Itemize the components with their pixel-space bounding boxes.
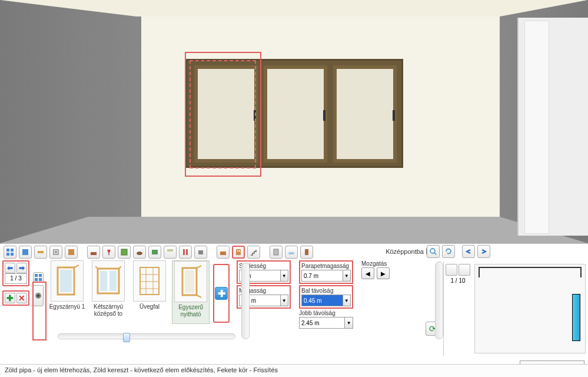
svg-rect-22 [274, 249, 278, 255]
prop-move-label: Mozgatás [361, 260, 416, 267]
svg-rect-29 [35, 278, 38, 281]
nav-column: ⬅ ➡ 1 / 3 ✚ ✕ [4, 260, 28, 337]
svg-rect-37 [100, 271, 107, 291]
svg-rect-30 [39, 278, 42, 281]
thumb-glass-wall[interactable]: Üvegfal [131, 260, 168, 324]
svg-line-40 [119, 266, 121, 269]
svg-rect-11 [121, 249, 127, 255]
insert-column: ✚ [213, 264, 230, 323]
bottom-panel: Középpontba ⬅ ➡ 1 / 3 ✚ [0, 243, 588, 359]
tool-bath-icon[interactable] [285, 246, 298, 259]
zoom-slider[interactable] [58, 333, 235, 339]
right-nav-btn2[interactable] [459, 264, 470, 276]
insert-button[interactable]: ✚ [215, 287, 228, 300]
prop-leftdist-input[interactable] [301, 295, 343, 306]
right-preview[interactable] [474, 264, 586, 353]
viewport-3d[interactable] [0, 0, 588, 243]
center-label: Középpontba [386, 248, 424, 255]
move-right-button[interactable]: ▶ [377, 267, 390, 279]
svg-rect-16 [186, 249, 188, 255]
nav-next-button[interactable]: ➡ [16, 263, 27, 273]
middle-area: ⬅ ➡ 1 / 3 ✚ ✕ Egyszárnyú 1 [0, 260, 588, 337]
right-nav-btn1[interactable] [446, 264, 457, 276]
tool-wall-icon[interactable] [34, 246, 47, 259]
window-handle-icon [323, 110, 325, 121]
page-indicator: 1 / 3 [5, 273, 27, 284]
tool-curtain-icon[interactable] [179, 246, 192, 259]
tool-appliance-icon[interactable] [270, 246, 283, 259]
svg-rect-41 [140, 267, 159, 295]
tool-magnify-icon[interactable] [427, 245, 440, 258]
door-right [517, 18, 588, 236]
properties-panel: Szélesség ▼ Magasság ▼ Parapetmagasság ▼ [237, 260, 416, 331]
svg-rect-27 [35, 274, 38, 277]
tool-stairs-icon[interactable] [247, 246, 260, 259]
dropdown-icon[interactable]: ▼ [343, 270, 351, 282]
svg-rect-10 [108, 253, 109, 255]
props-scrollbar[interactable] [435, 262, 443, 339]
window-pane-3[interactable] [333, 65, 397, 163]
tool-undo-icon[interactable] [462, 245, 475, 258]
svg-rect-8 [68, 249, 74, 255]
delete-button[interactable]: ✕ [16, 293, 27, 303]
thumb-simple-openable[interactable]: Egyszerű nyitható [172, 260, 210, 324]
tool-refresh-icon[interactable] [442, 245, 455, 258]
status-bar: Zöld pipa - új elem létrehozás, Zöld ker… [0, 364, 588, 377]
tool-door-icon[interactable] [300, 246, 313, 259]
svg-rect-20 [237, 250, 238, 252]
tool-building-icon[interactable] [232, 246, 245, 259]
dropdown-icon[interactable]: ▼ [281, 270, 288, 282]
svg-line-35 [74, 265, 79, 267]
thumb-label: Egyszerű nyitható [172, 304, 209, 318]
svg-rect-19 [236, 249, 241, 255]
toolbar: Középpontba [0, 244, 588, 260]
thumb-label: Üvegfal [139, 303, 160, 310]
tool-kitchen-icon[interactable] [217, 246, 230, 259]
svg-line-39 [95, 266, 98, 269]
tool-office-icon[interactable] [194, 246, 207, 259]
svg-line-50 [197, 295, 201, 297]
svg-rect-28 [39, 274, 42, 277]
thumb-double-wing[interactable]: Kétszárnyú középső to [89, 260, 127, 324]
tool-texture-icon[interactable] [65, 246, 78, 259]
prop-rightdist-label: Jobb távolság [299, 310, 353, 316]
dropdown-icon[interactable]: ▼ [345, 317, 353, 329]
window-pane-2[interactable] [264, 65, 327, 163]
svg-rect-1 [11, 249, 14, 252]
tool-switch-icon[interactable] [49, 246, 62, 259]
tool-ceiling-icon[interactable] [164, 246, 177, 259]
tool-single-icon[interactable] [19, 246, 32, 259]
add-button[interactable]: ✚ [5, 293, 15, 303]
tool-picture-icon[interactable] [118, 246, 131, 259]
dropdown-icon[interactable]: ▼ [281, 295, 288, 306]
svg-rect-15 [183, 249, 185, 255]
svg-rect-18 [220, 252, 226, 255]
prop-sill-input[interactable] [301, 270, 343, 282]
svg-rect-5 [38, 251, 44, 253]
floor-surface [0, 217, 588, 243]
nav-prev-button[interactable]: ⬅ [5, 263, 15, 273]
window-pane-1[interactable] [194, 65, 258, 163]
tool-plant-icon[interactable] [148, 246, 161, 259]
prop-sill: Parapetmagasság ▼ [299, 260, 353, 284]
svg-rect-48 [185, 270, 194, 293]
prop-rightdist-input[interactable] [299, 317, 345, 329]
tool-carpet-icon[interactable] [133, 246, 146, 259]
move-left-button[interactable]: ◀ [361, 267, 374, 279]
tool-furniture-icon[interactable] [87, 246, 100, 259]
thumb-scrollbar[interactable] [241, 263, 250, 339]
prop-leftdist-label: Bal távolság [301, 287, 351, 294]
tool-grid-icon[interactable] [4, 246, 16, 259]
window-assembly[interactable] [185, 59, 403, 168]
preview-wall-outline [479, 267, 582, 277]
svg-rect-21 [239, 250, 240, 252]
thumbnail-list: Egyszárnyú 1 Kétszárnyú középső to Üvegf… [48, 260, 210, 328]
thumb-single-wing[interactable]: Egyszárnyú 1 [48, 260, 86, 324]
tool-lamp-icon[interactable] [102, 246, 115, 259]
svg-rect-4 [22, 249, 28, 255]
svg-rect-24 [305, 249, 308, 255]
dropdown-icon[interactable]: ▼ [343, 295, 351, 306]
svg-rect-3 [11, 253, 14, 256]
svg-rect-0 [6, 249, 9, 252]
tool-redo-icon[interactable] [477, 245, 490, 258]
